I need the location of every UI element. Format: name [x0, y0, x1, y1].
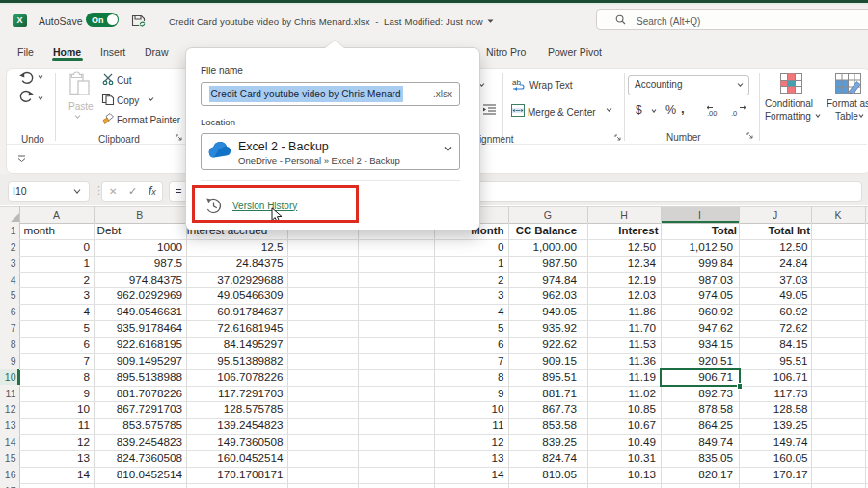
svg-text:.0: .0: [731, 109, 737, 117]
svg-text:ab: ab: [512, 78, 521, 87]
svg-text:.00: .00: [707, 109, 717, 117]
